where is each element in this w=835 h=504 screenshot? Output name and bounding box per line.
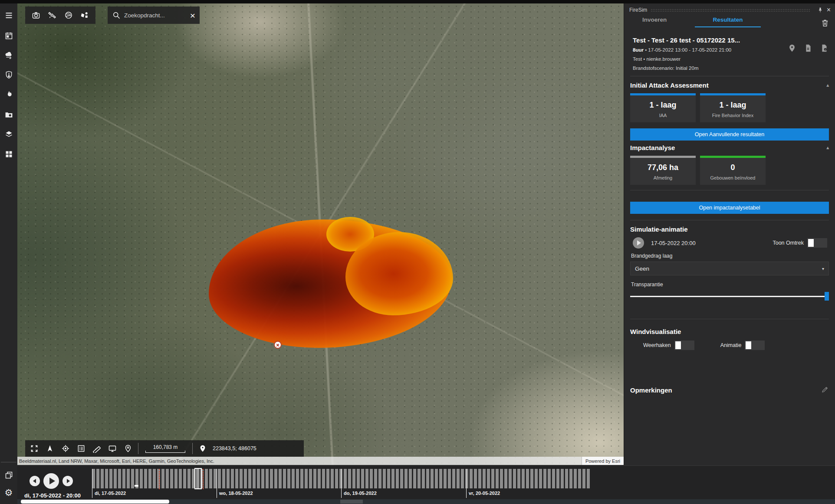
buildings-label: Gebouwen beïnvloed bbox=[700, 175, 766, 180]
simulation-duration: 8uur bbox=[633, 47, 644, 52]
fullscreen-icon[interactable] bbox=[29, 443, 40, 454]
panel-title: FireSim bbox=[629, 7, 647, 13]
camera-icon[interactable] bbox=[30, 10, 42, 21]
timeline-scrollbar-segment bbox=[340, 500, 363, 504]
delete-result-icon[interactable] bbox=[820, 18, 830, 29]
calendar-icon[interactable] bbox=[0, 27, 17, 44]
settings-gear-icon[interactable]: ⚙ bbox=[0, 484, 17, 501]
card-accent-bar bbox=[630, 156, 696, 158]
windows-copy-icon[interactable] bbox=[0, 467, 17, 483]
open-additional-results-button[interactable]: Open Aanvullende resultaten bbox=[630, 128, 829, 141]
wind-heading: Windvisualisatie bbox=[630, 328, 681, 335]
pushpin-icon[interactable] bbox=[817, 7, 823, 13]
powered-by-esri: Powered by Esri bbox=[582, 457, 624, 465]
edit-pencil-icon[interactable] bbox=[821, 386, 829, 395]
report-info-icon[interactable] bbox=[819, 43, 829, 55]
north-arrow-icon[interactable] bbox=[44, 443, 56, 454]
scale-indicator: 160,783 m bbox=[143, 444, 188, 453]
buildings-card: 0 Gebouwen beïnvloed bbox=[700, 156, 766, 185]
measure-ruler-icon[interactable] bbox=[91, 443, 102, 454]
wind-animation-label: Animatie bbox=[720, 342, 742, 348]
risk-shield-icon[interactable] bbox=[0, 66, 17, 83]
map-pin-help-icon[interactable] bbox=[122, 443, 134, 454]
scale-value: 160,783 m bbox=[153, 444, 178, 450]
area-card: 77,06 ha Afmeting bbox=[630, 156, 696, 185]
ignition-time-marker bbox=[159, 469, 160, 489]
day-separator bbox=[466, 469, 467, 498]
behavior-layer-select[interactable]: Geen ▾ bbox=[630, 262, 829, 275]
show-outline-control: Toon Omtrek bbox=[773, 238, 827, 248]
map-capture-toolbar bbox=[25, 7, 95, 24]
fire-icon[interactable] bbox=[0, 86, 17, 103]
firesim-panel: FireSim × Invoeren Resultaten Test - Tes… bbox=[624, 3, 835, 465]
simulation-owner: Test • nienke.brouwer bbox=[633, 56, 829, 62]
day-label: vr, 20-05-2022 bbox=[469, 491, 500, 496]
result-action-icons bbox=[787, 43, 829, 55]
zoom-to-location-icon[interactable] bbox=[787, 43, 797, 55]
fbi-value: 1 - laag bbox=[700, 101, 766, 110]
panel-close-icon[interactable]: × bbox=[827, 7, 831, 13]
drag-handle-dots[interactable] bbox=[651, 9, 810, 12]
tab-resultaten[interactable]: Resultaten bbox=[695, 16, 761, 27]
search-close-icon[interactable]: × bbox=[190, 11, 195, 20]
show-outline-toggle[interactable] bbox=[807, 238, 827, 248]
slider-track bbox=[630, 296, 829, 297]
statusbar-divider bbox=[192, 443, 193, 454]
animation-play-button[interactable] bbox=[633, 237, 644, 249]
iaa-section-header: Initial Attack Assessment ▴ bbox=[630, 82, 829, 89]
timeline-scrollbar-thumb[interactable] bbox=[21, 500, 169, 504]
wind-barbs-toggle[interactable] bbox=[674, 340, 694, 350]
layers-icon[interactable] bbox=[0, 126, 17, 142]
collapse-caret-icon[interactable]: ▴ bbox=[826, 82, 829, 88]
satellite-icon[interactable] bbox=[46, 10, 58, 21]
locate-icon[interactable] bbox=[60, 443, 71, 454]
iaa-card: 1 - laag IAA bbox=[630, 93, 696, 122]
tab-invoeren[interactable]: Invoeren bbox=[642, 16, 667, 23]
impact-heading: Impactanalyse bbox=[630, 144, 675, 151]
attribution-sources: Beeldmateriaal.nl, Land NRW, Maxar, Micr… bbox=[19, 458, 214, 464]
wind-section-header: Windvisualisatie bbox=[630, 328, 829, 335]
simulation-animation-header: Simulatie-animatie bbox=[630, 226, 829, 233]
fuel-scenario: Brandstofscenario: Initial 20m bbox=[633, 65, 829, 71]
map-views-icon[interactable] bbox=[79, 10, 90, 21]
screen-icon[interactable] bbox=[107, 443, 118, 454]
bullet-separator: • bbox=[645, 47, 647, 52]
timeline-step-forward-button[interactable] bbox=[62, 476, 73, 486]
map-statusbar: 160,783 m 223843,5; 486075 bbox=[25, 440, 304, 457]
wind-barbs-control: Weerhaken bbox=[643, 340, 694, 350]
results-pane: Test - Test - 26 test - 05172022 15... 8… bbox=[624, 36, 835, 395]
slider-thumb[interactable] bbox=[825, 292, 829, 301]
notes-section-header: Opmerkingen bbox=[630, 386, 829, 395]
timeline-step-back-button[interactable] bbox=[30, 476, 40, 486]
timeline-play-button[interactable] bbox=[43, 473, 59, 489]
window-top-strip bbox=[0, 0, 835, 3]
weather-cloud-icon[interactable] bbox=[0, 47, 17, 63]
section-divider bbox=[630, 319, 829, 319]
timeline-current-position-handle[interactable] bbox=[194, 468, 202, 489]
wind-animation-toggle[interactable] bbox=[745, 340, 765, 350]
iaa-heading: Initial Attack Assessment bbox=[630, 82, 709, 89]
collapse-caret-icon[interactable]: ▴ bbox=[826, 145, 829, 151]
card-accent-bar bbox=[700, 93, 766, 95]
ignition-point-marker[interactable]: × bbox=[274, 341, 282, 349]
legend-icon[interactable] bbox=[76, 443, 87, 454]
buildings-value: 0 bbox=[700, 163, 766, 172]
day-separator bbox=[341, 469, 342, 498]
day-separator bbox=[92, 469, 92, 498]
open-impact-table-button[interactable]: Open impactanalysetabel bbox=[630, 202, 829, 214]
map-viewport[interactable]: × × bbox=[17, 3, 624, 465]
search-input[interactable] bbox=[124, 12, 187, 19]
step-back-icon bbox=[33, 479, 36, 483]
impact-section-header: Impactanalyse ▴ bbox=[630, 144, 829, 151]
timeline-current-time: di, 17-05-2022 - 20:00 bbox=[24, 492, 81, 499]
incident-folder-icon[interactable] bbox=[0, 106, 17, 123]
iaa-label: IAA bbox=[630, 113, 696, 118]
globe-icon[interactable] bbox=[63, 10, 74, 21]
iaa-value: 1 - laag bbox=[630, 101, 696, 110]
menu-icon[interactable] bbox=[0, 7, 17, 23]
apps-grid-icon[interactable] bbox=[0, 146, 17, 162]
card-accent-bar bbox=[630, 93, 696, 95]
section-divider bbox=[630, 220, 829, 220]
transparency-slider[interactable] bbox=[630, 292, 829, 301]
report-document-icon[interactable] bbox=[803, 43, 813, 55]
